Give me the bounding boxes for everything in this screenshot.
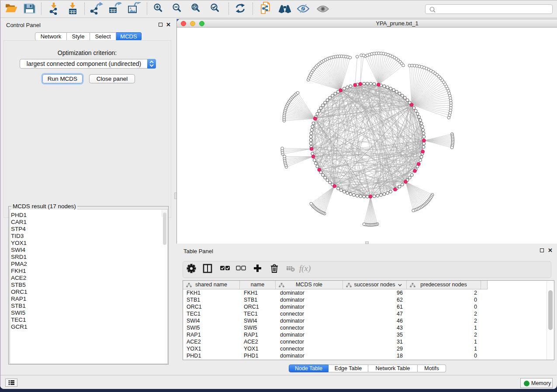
svg-text:f(x): f(x) [299, 264, 311, 273]
